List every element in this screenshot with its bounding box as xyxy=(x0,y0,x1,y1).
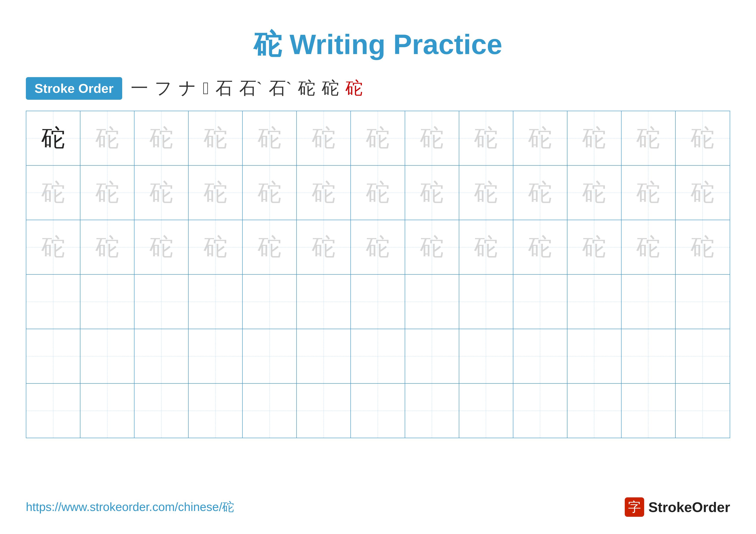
grid-cell[interactable] xyxy=(243,275,297,329)
grid-cell[interactable] xyxy=(676,275,730,329)
grid-cell[interactable] xyxy=(189,329,243,383)
page-container: 砣 Writing Practice Stroke Order 一 フ ナ 𠂋 … xyxy=(0,0,756,534)
grid-cell[interactable]: 砣 xyxy=(676,220,730,274)
grid-cell[interactable]: 砣 xyxy=(297,165,351,220)
stroke-char-7: 石` xyxy=(269,77,292,100)
grid-cell[interactable]: 砣 xyxy=(189,220,243,274)
grid-cell[interactable] xyxy=(26,384,80,438)
stroke-order-badge: Stroke Order xyxy=(26,77,122,100)
grid-cell[interactable] xyxy=(676,329,730,383)
grid-cell[interactable] xyxy=(567,384,622,438)
grid-cell[interactable]: 砣 xyxy=(297,220,351,274)
grid-cell[interactable] xyxy=(134,275,189,329)
grid-cell[interactable]: 砣 xyxy=(26,111,80,165)
grid-cell[interactable]: 砣 xyxy=(622,165,676,220)
grid-cell[interactable] xyxy=(26,275,80,329)
grid-cell[interactable] xyxy=(567,329,622,383)
grid-cell[interactable] xyxy=(351,275,405,329)
grid-cell[interactable]: 砣 xyxy=(80,165,134,220)
grid-cell[interactable]: 砣 xyxy=(243,220,297,274)
logo-text: StrokeOrder xyxy=(648,499,730,515)
grid-cell[interactable] xyxy=(567,275,622,329)
grid-cell[interactable] xyxy=(513,275,567,329)
grid-cell[interactable] xyxy=(405,275,459,329)
grid-cell[interactable] xyxy=(189,275,243,329)
grid-cell[interactable]: 砣 xyxy=(26,220,80,274)
grid-cell[interactable]: 砣 xyxy=(134,165,189,220)
char-guide: 砣 xyxy=(582,122,606,154)
grid-cell[interactable] xyxy=(297,329,351,383)
grid-cell[interactable]: 砣 xyxy=(134,220,189,274)
char-guide: 砣 xyxy=(636,122,660,154)
grid-cell[interactable]: 砣 xyxy=(459,111,513,165)
char-guide: 砣 xyxy=(204,177,228,209)
char-dark: 砣 xyxy=(41,122,65,154)
grid-cell[interactable]: 砣 xyxy=(622,111,676,165)
grid-cell[interactable]: 砣 xyxy=(405,220,459,274)
grid-cell[interactable]: 砣 xyxy=(513,165,567,220)
grid-cell[interactable]: 砣 xyxy=(297,111,351,165)
grid-cell[interactable] xyxy=(80,275,134,329)
grid-cell[interactable] xyxy=(513,329,567,383)
grid-cell[interactable]: 砣 xyxy=(405,111,459,165)
grid-cell[interactable] xyxy=(622,384,676,438)
grid-cell[interactable] xyxy=(26,329,80,383)
grid-cell[interactable] xyxy=(243,384,297,438)
grid-cell[interactable] xyxy=(622,275,676,329)
grid-cell[interactable]: 砣 xyxy=(622,220,676,274)
grid-cell[interactable]: 砣 xyxy=(243,165,297,220)
char-guide: 砣 xyxy=(528,177,552,209)
grid-cell[interactable]: 砣 xyxy=(189,111,243,165)
char-guide: 砣 xyxy=(474,231,498,263)
stroke-char-10: 砣 xyxy=(345,77,363,100)
grid-cell[interactable]: 砣 xyxy=(513,220,567,274)
grid-cell[interactable] xyxy=(513,384,567,438)
grid-cell[interactable] xyxy=(351,329,405,383)
char-guide: 砣 xyxy=(95,231,119,263)
grid-cell[interactable] xyxy=(134,384,189,438)
grid-cell[interactable]: 砣 xyxy=(567,111,622,165)
grid-cell[interactable]: 砣 xyxy=(351,220,405,274)
grid-cell[interactable]: 砣 xyxy=(676,111,730,165)
grid-cell[interactable]: 砣 xyxy=(80,220,134,274)
grid-cell[interactable] xyxy=(459,329,513,383)
grid-row-2: 砣 砣 砣 砣 砣 砣 砣 砣 砣 砣 砣 砣 砣 xyxy=(26,165,730,220)
grid-cell[interactable] xyxy=(80,329,134,383)
grid-cell[interactable]: 砣 xyxy=(459,165,513,220)
grid-cell[interactable] xyxy=(351,384,405,438)
char-guide: 砣 xyxy=(582,177,606,209)
grid-cell[interactable] xyxy=(80,384,134,438)
grid-cell[interactable] xyxy=(405,329,459,383)
char-guide: 砣 xyxy=(149,231,173,263)
grid-cell[interactable] xyxy=(622,329,676,383)
grid-cell[interactable]: 砣 xyxy=(459,220,513,274)
footer-url[interactable]: https://www.strokeorder.com/chinese/砣 xyxy=(26,499,234,515)
char-guide: 砣 xyxy=(366,122,390,154)
grid-cell[interactable] xyxy=(297,275,351,329)
grid-cell[interactable] xyxy=(297,384,351,438)
footer: https://www.strokeorder.com/chinese/砣 字 … xyxy=(26,497,730,517)
grid-cell[interactable]: 砣 xyxy=(26,165,80,220)
char-guide: 砣 xyxy=(258,231,282,263)
grid-cell[interactable]: 砣 xyxy=(676,165,730,220)
grid-cell[interactable]: 砣 xyxy=(80,111,134,165)
grid-cell[interactable]: 砣 xyxy=(513,111,567,165)
grid-cell[interactable] xyxy=(243,329,297,383)
char-guide: 砣 xyxy=(691,231,715,263)
grid-cell[interactable] xyxy=(459,275,513,329)
grid-cell[interactable]: 砣 xyxy=(189,165,243,220)
grid-cell[interactable]: 砣 xyxy=(405,165,459,220)
grid-cell[interactable]: 砣 xyxy=(351,165,405,220)
grid-cell[interactable]: 砣 xyxy=(134,111,189,165)
grid-cell[interactable]: 砣 xyxy=(351,111,405,165)
grid-cell[interactable] xyxy=(676,384,730,438)
grid-cell[interactable] xyxy=(405,384,459,438)
grid-cell[interactable] xyxy=(189,384,243,438)
grid-cell[interactable] xyxy=(134,329,189,383)
grid-cell[interactable] xyxy=(459,384,513,438)
grid-cell[interactable]: 砣 xyxy=(567,165,622,220)
grid-row-6 xyxy=(26,384,730,438)
grid-cell[interactable]: 砣 xyxy=(567,220,622,274)
grid-cell[interactable]: 砣 xyxy=(243,111,297,165)
stroke-char-2: フ xyxy=(154,77,172,100)
